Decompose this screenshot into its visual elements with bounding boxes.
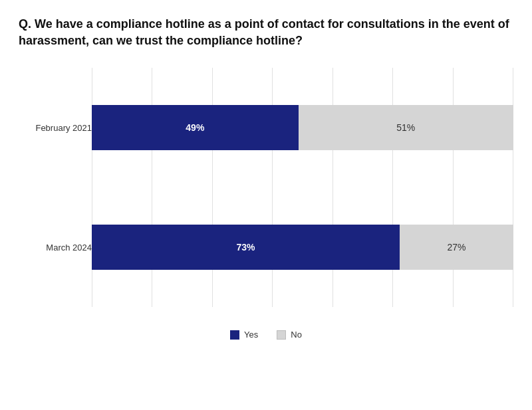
legend-no-label: No <box>291 330 302 340</box>
bar-no-label: 51% <box>396 122 415 133</box>
legend: Yes No <box>19 330 513 340</box>
legend-no: No <box>277 330 302 340</box>
legend-yes-swatch <box>230 330 239 340</box>
legend-yes: Yes <box>230 330 258 340</box>
bar-yes-label: 73% <box>236 242 255 253</box>
chart-body: 49%51%73%27% <box>92 68 513 320</box>
chart-area: February 2021March 2024 49%51%73%27% <box>19 68 513 320</box>
legend-yes-label: Yes <box>244 330 258 340</box>
legend-no-swatch <box>277 330 286 340</box>
bars-container: 49%51%73%27% <box>92 68 513 320</box>
y-axis-label: February 2021 <box>35 123 92 134</box>
bar-row: 49%51% <box>92 105 513 150</box>
bar-yes-label: 49% <box>186 122 204 133</box>
bar-no-label: 27% <box>447 242 466 253</box>
bar-row: 73%27% <box>92 225 513 270</box>
y-axis-label: March 2024 <box>46 243 92 253</box>
bar-yes: 73% <box>92 225 400 270</box>
bar-no: 51% <box>299 105 513 150</box>
y-axis: February 2021March 2024 <box>19 68 92 320</box>
question-text: Q. We have a compliance hotline as a poi… <box>19 16 513 49</box>
bar-no: 27% <box>400 225 513 270</box>
bar-yes: 49% <box>92 105 299 150</box>
